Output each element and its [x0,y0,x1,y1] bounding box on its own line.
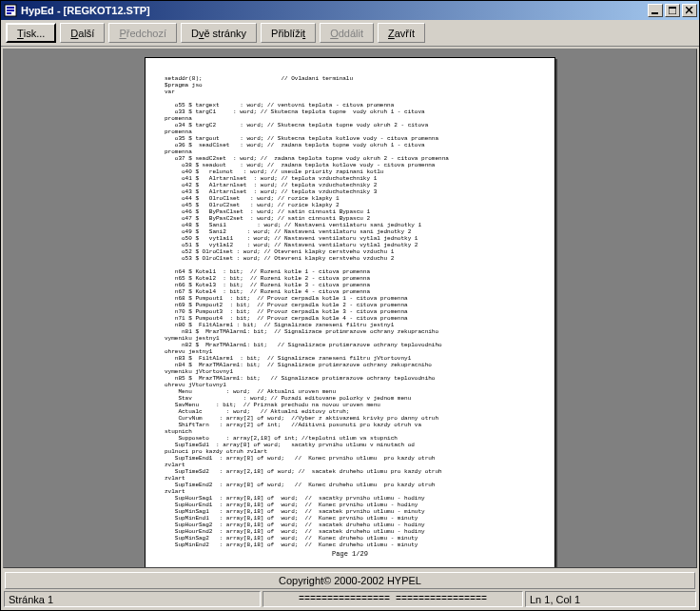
status-page: Stránka 1 [4,591,261,607]
svg-rect-1 [7,7,14,9]
status-separator: ================ ================ [262,591,523,607]
svg-rect-3 [7,12,11,14]
app-icon [3,3,18,18]
next-button[interactable]: Další [60,23,105,43]
titlebar[interactable]: HypEd - [REGKOT12.STP] [1,1,699,20]
window-title: HypEd - [REGKOT12.STP] [21,5,646,16]
copyright-bar: Copyright© 2000-2002 HYPEL [5,572,695,589]
print-button[interactable]: Tisk... [6,23,56,43]
zoom-in-button[interactable]: Přiblížit [261,23,316,43]
preview-page: setaddr(8); // Ovladani terminalu $pragm… [145,57,555,568]
maximize-button[interactable] [665,4,680,17]
preview-viewport[interactable]: setaddr(8); // Ovladani terminalu $pragm… [3,49,697,568]
status-position: Ln 1, Col 1 [525,591,696,607]
app-window: HypEd - [REGKOT12.STP] Tisk... Další Pře… [0,0,700,611]
status-bar: Stránka 1 ================ =============… [1,591,699,610]
two-pages-button[interactable]: Dvě stránky [181,23,257,43]
page-indicator: Page 1/29 [165,550,535,558]
svg-rect-6 [669,7,676,9]
svg-rect-4 [651,12,658,14]
close-button[interactable] [682,4,697,17]
previous-button[interactable]: Předchozí [108,23,177,43]
svg-rect-2 [7,10,14,11]
close-preview-button[interactable]: Zavřít [378,23,425,43]
code-content: setaddr(8); // Ovladani terminalu $pragm… [165,75,535,548]
toolbar: Tisk... Další Předchozí Dvě stránky Přib… [1,20,699,47]
zoom-out-button[interactable]: Oddálit [320,23,374,43]
minimize-button[interactable] [648,4,663,17]
